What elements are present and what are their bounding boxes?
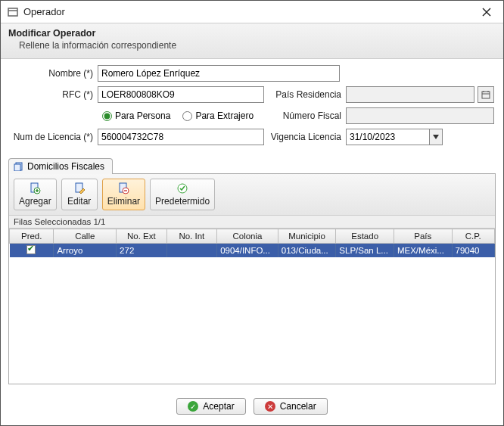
- folder-icon: [14, 162, 24, 171]
- window-title: Operador: [23, 6, 476, 17]
- cell-calle: Arroyo: [54, 244, 117, 258]
- header: Modificar Operador Rellene la informació…: [1, 23, 503, 59]
- col-pred[interactable]: Pred.: [10, 229, 54, 244]
- nombre-input[interactable]: [98, 65, 340, 82]
- col-pais[interactable]: País: [394, 229, 452, 244]
- eliminar-button[interactable]: Eliminar: [102, 179, 145, 210]
- radio-persona-input[interactable]: [102, 111, 112, 121]
- numero-fiscal-label: Número Fiscal: [270, 110, 346, 121]
- cancel-icon: ✕: [265, 401, 275, 412]
- agregar-button[interactable]: Agregar: [14, 179, 57, 210]
- svg-rect-4: [482, 92, 490, 98]
- tab-label: Domicilios Fiscales: [27, 161, 104, 172]
- domicilios-grid[interactable]: Pred. Calle No. Ext No. Int Colonia Muni…: [9, 229, 495, 384]
- vigencia-label: Vigencia Licencia: [270, 132, 346, 142]
- add-icon: [29, 182, 41, 194]
- editar-button[interactable]: Editar: [61, 179, 98, 210]
- licencia-label: Num de Licencia (*): [8, 132, 98, 142]
- radio-persona[interactable]: Para Persona: [102, 110, 170, 121]
- svg-marker-8: [433, 135, 439, 139]
- delete-icon: [117, 182, 129, 194]
- rfc-input[interactable]: [98, 86, 264, 103]
- pais-residencia-input[interactable]: [346, 86, 474, 103]
- operador-dialog: Operador Modificar Operador Rellene la i…: [0, 0, 504, 426]
- grid-header-row: Pred. Calle No. Ext No. Int Colonia Muni…: [10, 229, 495, 244]
- col-colonia[interactable]: Colonia: [217, 229, 278, 244]
- cell-estado: SLP/San L...: [336, 244, 394, 258]
- radio-extranjero-input[interactable]: [182, 111, 192, 121]
- footer: ✓ Aceptar ✕ Cancelar: [1, 390, 503, 425]
- pred-checkbox-icon: [26, 245, 36, 254]
- vigencia-dropdown-button[interactable]: [429, 129, 443, 145]
- cell-noext: 272: [117, 244, 167, 258]
- predeterminado-button[interactable]: Predetermido: [150, 179, 215, 210]
- col-noext[interactable]: No. Ext: [117, 229, 167, 244]
- cell-colonia: 0904/INFO...: [217, 244, 278, 258]
- selection-info: Filas Seleccionadas 1/1: [9, 216, 495, 229]
- numero-fiscal-input[interactable]: [346, 107, 494, 124]
- svg-rect-0: [8, 8, 17, 16]
- cell-noint: [166, 244, 217, 258]
- check-icon: [176, 182, 188, 194]
- domicilios-panel: Agregar Editar Eliminar Predetermido Fil…: [8, 173, 496, 384]
- pais-picker-button[interactable]: [478, 86, 494, 103]
- pais-residencia-label: País Residencia: [270, 89, 346, 100]
- vigencia-date-combo: [346, 129, 443, 145]
- vigencia-input[interactable]: [346, 129, 429, 145]
- col-estado[interactable]: Estado: [336, 229, 394, 244]
- form: Nombre (*) RFC (*) País Residencia Para …: [1, 59, 503, 153]
- col-calle[interactable]: Calle: [54, 229, 117, 244]
- app-icon: [7, 6, 19, 18]
- licencia-input[interactable]: [98, 129, 264, 145]
- header-title: Modificar Operador: [8, 28, 496, 39]
- titlebar: Operador: [1, 1, 503, 23]
- toolbar: Agregar Editar Eliminar Predetermido: [9, 174, 495, 216]
- col-noint[interactable]: No. Int: [166, 229, 217, 244]
- aceptar-button[interactable]: ✓ Aceptar: [176, 398, 245, 415]
- radio-extranjero[interactable]: Para Extrajero: [182, 110, 254, 121]
- cancelar-button[interactable]: ✕ Cancelar: [254, 398, 328, 415]
- tabbar: Domicilios Fiscales: [1, 153, 503, 173]
- svg-rect-10: [14, 164, 20, 171]
- close-button[interactable]: [476, 5, 497, 20]
- header-subtitle: Rellene la información correspondiente: [8, 40, 496, 51]
- ok-icon: ✓: [188, 401, 198, 412]
- rfc-label: RFC (*): [8, 89, 98, 100]
- tab-domicilios-fiscales[interactable]: Domicilios Fiscales: [8, 158, 113, 174]
- col-cp[interactable]: C.P.: [452, 229, 494, 244]
- cell-municipio: 013/Ciuda...: [278, 244, 336, 258]
- table-row[interactable]: Arroyo 272 0904/INFO... 013/Ciuda... SLP…: [10, 244, 495, 258]
- chevron-down-icon: [433, 135, 439, 139]
- tipo-radio-group: Para Persona Para Extrajero: [98, 110, 264, 121]
- cell-cp: 79040: [452, 244, 494, 258]
- nombre-label: Nombre (*): [8, 68, 98, 79]
- col-municipio[interactable]: Municipio: [278, 229, 336, 244]
- cell-pais: MEX/Méxi...: [394, 244, 452, 258]
- edit-icon: [73, 182, 86, 194]
